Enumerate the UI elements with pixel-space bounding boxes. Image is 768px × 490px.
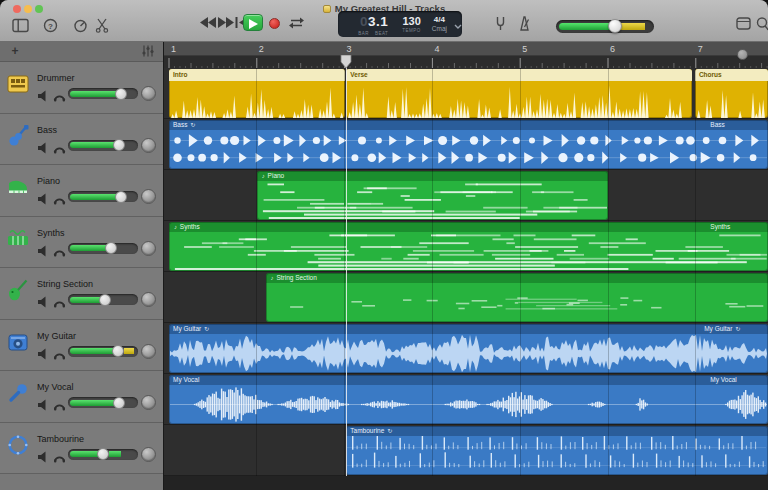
volume-knob[interactable]: [113, 397, 125, 409]
chevron-down-icon[interactable]: [454, 15, 462, 33]
record-button[interactable]: [269, 18, 280, 29]
volume-knob[interactable]: [113, 139, 125, 151]
solo-button[interactable]: [53, 294, 66, 306]
pan-knob[interactable]: [141, 86, 156, 101]
volume-knob[interactable]: [112, 345, 124, 357]
quick-help-icon[interactable]: ?: [40, 18, 60, 36]
mute-button[interactable]: [38, 88, 51, 100]
track-name: My Vocal: [37, 382, 74, 392]
volume-slider[interactable]: [68, 346, 138, 357]
pan-knob[interactable]: [141, 395, 156, 410]
track-row-drummer[interactable]: Drummer: [0, 62, 163, 114]
mute-button[interactable]: [38, 449, 51, 461]
media-browser-icon[interactable]: [752, 17, 768, 35]
volume-knob[interactable]: [115, 191, 127, 203]
region-bass[interactable]: Bass ↻Bass: [169, 120, 768, 169]
timeline-ruler[interactable]: 1234567: [164, 42, 768, 68]
editors-icon[interactable]: [92, 18, 112, 36]
volume-slider[interactable]: [68, 191, 138, 202]
synth-icon[interactable]: [5, 226, 31, 252]
drum-machine-icon[interactable]: [5, 71, 31, 97]
mute-button[interactable]: [38, 346, 51, 358]
track-row-my-guitar[interactable]: My Guitar: [0, 320, 163, 372]
solo-button[interactable]: [53, 346, 66, 358]
lane-drummer: IntroVerseChorus: [164, 68, 768, 119]
volume-knob[interactable]: [115, 88, 127, 100]
rewind-icon[interactable]: [198, 17, 218, 35]
smart-controls-icon[interactable]: [70, 18, 90, 36]
region-string-section[interactable]: ♪ String Section: [266, 273, 768, 322]
mute-button[interactable]: [38, 191, 51, 203]
metronome-icon[interactable]: [514, 16, 534, 34]
solo-button[interactable]: [53, 397, 66, 409]
control-bar: My Greatest Hill - Tracks ?: [0, 0, 768, 42]
timeline-lanes: IntroVerseChorusBass ↻Bass♪ Piano♪ Synth…: [164, 68, 768, 476]
tambourine-icon[interactable]: [5, 432, 31, 458]
volume-knob[interactable]: [97, 448, 109, 460]
mute-button[interactable]: [38, 243, 51, 255]
piano-icon[interactable]: [5, 174, 31, 200]
pan-knob[interactable]: [141, 447, 156, 462]
track-row-piano[interactable]: Piano: [0, 165, 163, 217]
mute-button[interactable]: [38, 294, 51, 306]
pan-knob[interactable]: [141, 344, 156, 359]
cycle-icon[interactable]: [286, 17, 306, 35]
volume-slider[interactable]: [68, 294, 138, 305]
bar-number-7: 7: [698, 44, 703, 54]
region-chorus[interactable]: Chorus: [695, 69, 768, 118]
track-name: String Section: [37, 279, 93, 289]
add-track-button[interactable]: +: [6, 44, 24, 59]
pan-knob[interactable]: [141, 138, 156, 153]
volume-slider[interactable]: [68, 449, 138, 460]
bar-number-1: 1: [171, 44, 176, 54]
library-icon[interactable]: [10, 18, 30, 36]
solo-button[interactable]: [53, 88, 66, 100]
track-row-synths[interactable]: Synths: [0, 217, 163, 269]
pan-knob[interactable]: [141, 292, 156, 307]
volume-knob[interactable]: [99, 294, 111, 306]
volume-slider[interactable]: [68, 243, 138, 254]
volume-slider[interactable]: [68, 140, 138, 151]
mute-button[interactable]: [38, 397, 51, 409]
lane-piano: ♪ Piano: [164, 170, 768, 221]
bass-guitar-icon[interactable]: [5, 123, 31, 149]
zoom-slider-knob[interactable]: [737, 49, 748, 60]
master-volume-slider[interactable]: [556, 20, 654, 33]
region-verse[interactable]: Verse: [346, 69, 692, 118]
region-piano[interactable]: ♪ Piano: [257, 171, 608, 220]
mixer-icon[interactable]: [141, 44, 155, 62]
track-row-tambourine[interactable]: Tambourine: [0, 423, 163, 475]
region-intro[interactable]: Intro: [169, 69, 345, 118]
volume-knob[interactable]: [105, 242, 117, 254]
region-header: My VocalMy Vocal: [169, 375, 768, 385]
region-synths[interactable]: ♪ SynthsSynths: [169, 222, 768, 271]
pan-knob[interactable]: [141, 241, 156, 256]
microphone-icon[interactable]: [5, 380, 31, 406]
playhead-marker[interactable]: [340, 55, 352, 73]
solo-button[interactable]: [53, 191, 66, 203]
solo-button[interactable]: [53, 449, 66, 461]
track-row-bass[interactable]: Bass: [0, 114, 163, 166]
mute-button[interactable]: [38, 140, 51, 152]
track-row-my-vocal[interactable]: My Vocal: [0, 371, 163, 423]
region-my-vocal[interactable]: My VocalMy Vocal: [169, 375, 768, 424]
track-name: Tambourine: [37, 434, 84, 444]
track-row-string-section[interactable]: String Section: [0, 268, 163, 320]
region-tambourine[interactable]: Tambourine ↻: [346, 426, 768, 475]
loop-icon: ↻: [387, 428, 392, 434]
lcd-display[interactable]: 03.1 BARBEAT 130 TEMPO 4/4 Cmaj: [338, 11, 462, 37]
volume-fill: [70, 142, 119, 148]
loop-browser-icon[interactable]: [733, 17, 753, 35]
loop-icon: ↻: [204, 326, 209, 332]
master-volume-knob[interactable]: [608, 19, 622, 33]
violin-icon[interactable]: [5, 277, 31, 303]
pan-knob[interactable]: [141, 189, 156, 204]
amp-icon[interactable]: [5, 329, 31, 355]
region-my-guitar[interactable]: My Guitar ↻My Guitar ↻: [169, 324, 768, 373]
solo-button[interactable]: [53, 140, 66, 152]
tuner-icon[interactable]: [490, 16, 510, 34]
volume-slider[interactable]: [68, 88, 138, 99]
play-button[interactable]: [243, 14, 263, 31]
solo-button[interactable]: [53, 243, 66, 255]
volume-slider[interactable]: [68, 397, 138, 408]
